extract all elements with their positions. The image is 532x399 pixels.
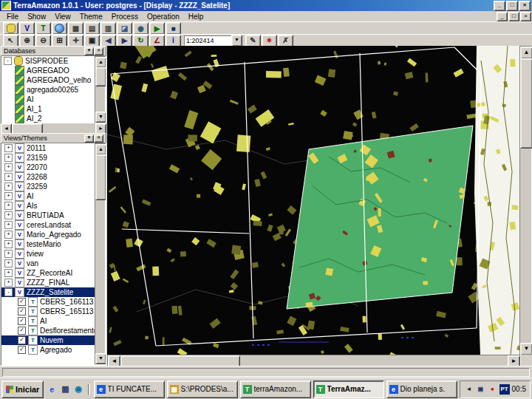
tray-volume-icon[interactable]: ◄ (464, 384, 474, 395)
tree-item-theme[interactable]: ✓TAgregado (1, 345, 96, 355)
tree-item-view[interactable]: +V23268 (1, 172, 96, 182)
scrollbar-thumb[interactable] (95, 67, 106, 86)
taskbar-task-button[interactable]: eDio planeja s. (386, 381, 457, 398)
chevron-down-icon[interactable]: ▼ (231, 35, 242, 47)
databases-tree-scrollbar[interactable]: ▲ ▼ (95, 56, 106, 123)
tray-scheduler-icon[interactable]: ● (488, 384, 498, 395)
internet-explorer-icon[interactable]: e (46, 383, 58, 395)
tree-item-view[interactable]: +Vtview (1, 249, 96, 259)
tree-item-view[interactable]: +VBRUTIADA (1, 211, 96, 220)
tree-item-layer[interactable]: AGREGADO_velho (1, 75, 96, 85)
measure-button[interactable]: ∠ (149, 35, 165, 47)
scroll-down-icon[interactable]: ▼ (520, 343, 532, 355)
menu-file[interactable]: File (2, 12, 23, 21)
tree-item-view[interactable]: +V22070 (1, 163, 96, 172)
expander-icon[interactable]: + (4, 231, 13, 239)
full-extent-button[interactable]: ▣ (84, 35, 100, 47)
taskbar-task-button[interactable]: TterraAmazon... (240, 381, 311, 398)
tree-item-view[interactable]: +VceresLandsat (1, 220, 96, 230)
tree-item-theme[interactable]: ✓TAI (1, 316, 96, 326)
tree-item-layer[interactable]: AGREGADO (1, 66, 96, 75)
pan-button[interactable]: ✛ (68, 35, 83, 47)
tree-item-layer[interactable]: AI (1, 95, 96, 104)
databases-tree-hscrollbar[interactable]: ◄ ► (1, 123, 106, 133)
theme-button[interactable]: T (35, 22, 51, 35)
expander-icon[interactable]: + (4, 221, 13, 229)
tree-item-view[interactable]: +VAI (1, 191, 96, 201)
expander-icon[interactable]: + (4, 279, 13, 287)
mdi-close-icon[interactable]: × (520, 12, 531, 21)
tree-item-view[interactable]: +VtesteMario (1, 239, 96, 249)
scale-value[interactable]: 1:202414 (184, 35, 231, 46)
globe-button[interactable] (52, 22, 67, 35)
tree-item-theme[interactable]: ✓TDesflorestamento (1, 326, 96, 335)
expander-icon[interactable]: + (4, 144, 13, 152)
checkbox-icon[interactable]: ✓ (18, 336, 26, 344)
tree-item-view[interactable]: +VZZZZ_FINAL (1, 278, 96, 287)
tree-item-view[interactable]: +V23259 (1, 182, 96, 191)
tree-item-view[interactable]: -VZZZZ_Satelite (1, 287, 96, 297)
expander-icon[interactable]: + (4, 259, 13, 267)
tree-item-view[interactable]: +VAIs (1, 201, 96, 211)
draw-button[interactable]: ✎ (245, 35, 261, 47)
maximize-icon[interactable]: □ (506, 1, 518, 11)
scroll-up-icon[interactable]: ▲ (95, 57, 106, 68)
pointer-button[interactable]: ↖ (3, 35, 18, 47)
expander-icon[interactable]: + (4, 202, 13, 210)
checkbox-icon[interactable]: ✓ (18, 346, 26, 354)
views-tree-scrollbar[interactable]: ▲ ▼ (95, 143, 106, 365)
expander-icon[interactable]: - (4, 288, 13, 296)
tree-item-theme[interactable]: ✓TCBERS_165113 (1, 307, 96, 316)
panel-close-icon[interactable]: ✕ (94, 134, 103, 143)
panel-close-icon[interactable]: ✕ (94, 47, 103, 55)
checkbox-icon[interactable]: ✓ (18, 298, 26, 306)
show-desktop-icon[interactable]: ▦ (59, 383, 71, 395)
table-button[interactable]: ▤ (84, 22, 100, 35)
panel-collapse-icon[interactable]: ▼ (84, 47, 94, 55)
checkbox-icon[interactable]: ✓ (18, 327, 26, 335)
checkbox-icon[interactable]: ✓ (18, 307, 26, 316)
zoom-out-button[interactable]: ⊖ (35, 35, 51, 47)
mdi-minimize-icon[interactable]: _ (497, 12, 508, 21)
zoom-box-button[interactable]: ⊞ (52, 35, 67, 47)
expander-icon[interactable]: + (4, 183, 13, 191)
tree-item-layer[interactable]: AI_2 (1, 114, 96, 123)
tray-language-pt-icon[interactable]: PT (499, 384, 510, 395)
scrollbar-thumb[interactable] (95, 154, 106, 200)
scroll-down-icon[interactable]: ▼ (95, 353, 106, 364)
tree-item-view[interactable]: +VZZ_RecorteAI (1, 268, 96, 278)
scale-combo[interactable]: 1:202414 ▼ (184, 35, 242, 47)
expander-icon[interactable]: + (4, 211, 13, 219)
channels-icon[interactable]: ◉ (72, 383, 84, 395)
checkbox-icon[interactable]: ✓ (18, 317, 26, 325)
zoom-in-button[interactable]: ⊕ (19, 35, 35, 47)
view-button[interactable]: V (19, 22, 35, 35)
map-vscrollbar[interactable]: ▲ ▼ (519, 46, 532, 356)
expander-icon[interactable]: + (4, 173, 13, 181)
map-canvas[interactable] (107, 46, 521, 355)
delete-button[interactable]: ✗ (278, 35, 293, 47)
start-button[interactable]: Iniciar (1, 381, 44, 398)
close-icon[interactable]: × (519, 1, 531, 11)
tree-item-layer[interactable]: AI_1 (1, 104, 96, 114)
tree-item-view[interactable]: +V23159 (1, 153, 96, 163)
scrollbar-thumb[interactable] (520, 58, 532, 149)
play-button[interactable]: ▶ (149, 22, 165, 35)
menu-operation[interactable]: Operation (143, 12, 184, 21)
tree-item-theme[interactable]: ✓TNuvem (1, 335, 96, 345)
menu-view[interactable]: View (50, 12, 75, 21)
next-view-button[interactable]: ▶ (117, 35, 132, 47)
taskbar-task-button[interactable]: TTerraAmaz... (313, 381, 384, 398)
tree-item-theme[interactable]: ✓TCBERS_166113 (1, 297, 96, 307)
tree-item-view[interactable]: +V20111 (1, 143, 96, 153)
tray-display-icon[interactable]: ▣ (476, 384, 486, 395)
menu-theme[interactable]: Theme (75, 12, 107, 21)
tree-item-database-root[interactable]: -SISPRODEE (1, 56, 96, 66)
database-button[interactable] (3, 22, 18, 35)
tree-item-view[interactable]: +Vvan (1, 259, 96, 268)
mdi-restore-icon[interactable]: □ (508, 12, 519, 21)
expander-icon[interactable]: - (4, 57, 12, 65)
grid-button[interactable]: ▦ (68, 22, 83, 35)
info-button[interactable]: i (166, 35, 181, 47)
refresh-button[interactable]: ↻ (133, 35, 149, 47)
